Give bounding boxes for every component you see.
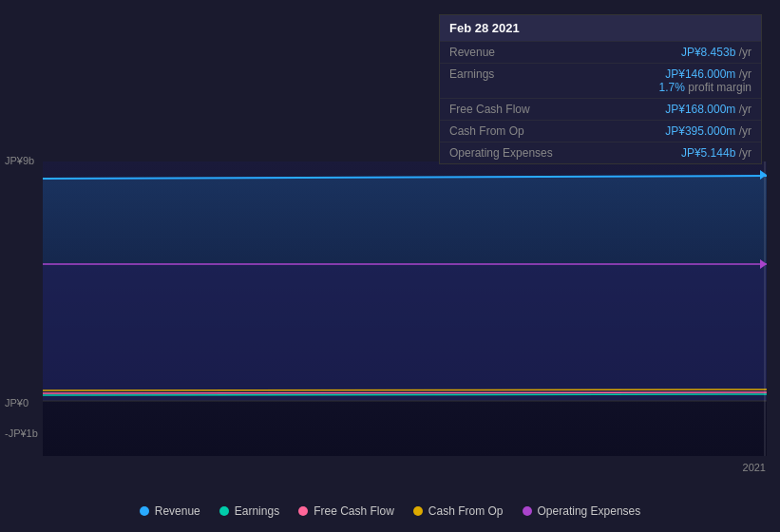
legend-label-cashop: Cash From Op (428, 504, 504, 518)
legend-cashop: Cash From Op (413, 504, 504, 518)
tooltip-row-opex: Operating Expenses JP¥5.144b /yr (440, 142, 761, 163)
profit-margin: 1.7% profit margin (659, 81, 751, 94)
tooltip-row-earnings: Earnings JP¥146.000m /yr 1.7% profit mar… (440, 63, 761, 98)
tooltip-label-opex: Operating Expenses (449, 146, 553, 160)
legend-dot-opex (523, 506, 532, 516)
tooltip-value-fcf: JP¥168.000m /yr (665, 103, 751, 116)
y-label-0: JP¥0 (5, 397, 29, 408)
legend-dot-fcf (298, 506, 308, 516)
legend-label-earnings: Earnings (235, 504, 279, 518)
fcf-line (43, 392, 767, 393)
tooltip-label-fcf: Free Cash Flow (449, 103, 530, 116)
legend: Revenue Earnings Free Cash Flow Cash Fro… (0, 504, 780, 518)
tooltip-label-revenue: Revenue (449, 46, 495, 59)
legend-label-opex: Operating Expenses (538, 504, 641, 518)
legend-fcf: Free Cash Flow (298, 504, 394, 518)
chart-container: Feb 28 2021 Revenue JP¥8.453b /yr Earnin… (0, 0, 780, 532)
earnings-line (43, 394, 767, 395)
opex-area (43, 264, 767, 401)
tooltip-label-cashop: Cash From Op (449, 124, 524, 138)
legend-revenue: Revenue (140, 504, 200, 518)
y-label-neg1b: -JP¥1b (5, 428, 38, 439)
x-label-2021: 2021 (743, 462, 766, 473)
tooltip-card: Feb 28 2021 Revenue JP¥8.453b /yr Earnin… (439, 14, 762, 164)
legend-label-revenue: Revenue (155, 504, 200, 518)
tooltip-label-earnings: Earnings (449, 67, 494, 94)
tooltip-title: Feb 28 2021 (440, 15, 761, 41)
legend-dot-earnings (219, 506, 229, 516)
tooltip-value-revenue: JP¥8.453b /yr (681, 46, 751, 59)
tooltip-value-opex: JP¥5.144b /yr (681, 146, 751, 160)
legend-dot-revenue (140, 506, 149, 516)
legend-earnings: Earnings (219, 504, 279, 518)
y-label-9b: JP¥9b (5, 155, 34, 166)
legend-dot-cashop (413, 506, 423, 516)
tooltip-value-earnings: JP¥146.000m /yr 1.7% profit margin (659, 67, 751, 94)
tooltip-row-cashop: Cash From Op JP¥395.000m /yr (440, 120, 761, 142)
tooltip-row-revenue: Revenue JP¥8.453b /yr (440, 41, 761, 63)
legend-opex: Operating Expenses (523, 504, 641, 518)
tooltip-value-cashop: JP¥395.000m /yr (665, 124, 751, 138)
legend-label-fcf: Free Cash Flow (314, 504, 394, 518)
chart-svg (43, 162, 767, 456)
tooltip-row-fcf: Free Cash Flow JP¥168.000m /yr (440, 98, 761, 120)
cashop-line (43, 390, 767, 390)
